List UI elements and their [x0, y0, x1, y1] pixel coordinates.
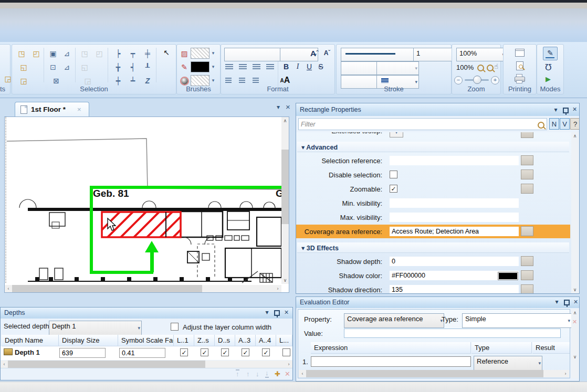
tab-1st-floor[interactable]: 1st Floor * ×	[15, 102, 89, 117]
pen-dropdown-icon[interactable]: ▾	[211, 64, 216, 69]
shadow-color-swatch[interactable]	[498, 272, 518, 280]
zoom-out-button[interactable]: −	[454, 76, 463, 84]
field-options-button[interactable]	[521, 226, 533, 236]
strikethrough-button[interactable]: S	[316, 61, 326, 72]
fill-swatch[interactable]	[191, 48, 209, 59]
col-symbol-scale-factor[interactable]: Symbol Scale Factor	[118, 335, 174, 346]
fill-brush-icon[interactable]: ▨	[178, 48, 191, 59]
scroll-left-icon[interactable]: ‹	[5, 285, 12, 292]
zoom-in-button[interactable]: +	[491, 76, 499, 84]
col-type[interactable]: Type	[471, 342, 532, 354]
floor-plan-canvas[interactable]: Geb. 81 G	[5, 117, 281, 284]
delete-depth-icon[interactable]: ✕	[285, 370, 290, 378]
panel-close-icon[interactable]: ×	[282, 309, 290, 316]
panel-pin-icon[interactable]	[564, 300, 570, 305]
canvas-hscrollbar[interactable]: ‹ ›	[5, 285, 281, 292]
col-depth-name[interactable]: Depth Name	[2, 335, 59, 346]
scroll-down-icon[interactable]: ∨	[571, 353, 579, 361]
diagnostics-mode-button[interactable]: Ʊ	[545, 62, 552, 73]
coverage-area-reference-row[interactable]: Coverage area reference:	[296, 225, 570, 238]
ungroup-button[interactable]: ◰	[93, 48, 106, 59]
scroll-up-icon[interactable]: ∧	[571, 309, 579, 316]
col-display-size[interactable]: Display Size	[59, 335, 118, 346]
scroll-up-icon[interactable]: ∧	[571, 132, 579, 140]
panel-menu-chevron-icon[interactable]: ▾	[263, 309, 271, 316]
field-options-button[interactable]	[521, 284, 533, 294]
expression-input[interactable]	[311, 356, 471, 367]
bold-button[interactable]: B	[281, 61, 291, 72]
layer-checkbox-6[interactable]	[282, 348, 290, 356]
selected-depth-select[interactable]: Depth 1 ▾	[49, 321, 142, 335]
tab-list-chevron-icon[interactable]: ▾	[277, 103, 280, 111]
field-options-button[interactable]	[521, 169, 533, 179]
depth-name-cell[interactable]: Depth 1	[15, 348, 40, 356]
layer-checkbox-1[interactable]: ✓	[180, 348, 188, 356]
tab-close-icon[interactable]: ×	[77, 105, 81, 113]
col-zs[interactable]: Z..s	[194, 335, 215, 346]
layer-checkbox-3[interactable]: ✓	[221, 348, 229, 356]
line-style-select[interactable]: ▾	[341, 48, 420, 61]
symbol-scale-input[interactable]	[119, 348, 165, 358]
select-lasso-button[interactable]: ⊿	[60, 48, 73, 59]
scroll-left-icon[interactable]: ‹	[299, 370, 306, 377]
select-special-button[interactable]: ↖	[160, 47, 173, 58]
panel-menu-chevron-icon[interactable]: ▾	[552, 106, 560, 114]
line-width-select[interactable]: 1 ▾	[413, 48, 456, 61]
disable-selection-checkbox[interactable]	[390, 171, 397, 178]
end-cap-select[interactable]: ▾	[376, 61, 419, 75]
shadow-dropdown-icon[interactable]: ▾	[211, 78, 216, 83]
zoomable-checkbox[interactable]: ✓	[390, 185, 397, 193]
panel-menu-chevron-icon[interactable]: ▾	[553, 298, 561, 306]
add-depth-icon[interactable]: ✚	[275, 370, 280, 378]
tabbar-close-icon[interactable]: ×	[286, 102, 290, 111]
evaluation-vscrollbar[interactable]: ∧ ✕ ∨	[571, 309, 579, 378]
move-to-bottom-icon[interactable]: ↓	[265, 369, 269, 378]
regroup-button[interactable]: ◱	[78, 61, 91, 73]
scroll-right-icon[interactable]: ›	[274, 285, 281, 292]
depths-hscroll-thumb[interactable]	[8, 361, 205, 368]
field-options-button[interactable]	[521, 270, 533, 280]
section-advanced[interactable]: ▾ Advanced	[297, 142, 569, 152]
distribute-vertical-button[interactable]: ┸	[141, 61, 154, 73]
align-center-button[interactable]: ╈	[112, 61, 124, 73]
move-down-icon[interactable]: ↓	[256, 370, 259, 378]
layer-checkbox-5[interactable]: ✓	[262, 348, 270, 356]
value-input[interactable]	[344, 329, 561, 338]
depths-panel-header[interactable]: Depths ▾ ×	[1, 308, 292, 319]
bring-forward-button[interactable]: ◱	[17, 61, 30, 73]
text-color-button[interactable]: AA	[280, 75, 290, 86]
page-setup-icon[interactable]	[515, 49, 525, 57]
scroll-right-icon[interactable]: ›	[562, 370, 569, 377]
zoom-slider-thumb[interactable]	[473, 76, 481, 84]
filter-v-button[interactable]: V	[560, 118, 570, 130]
move-to-top-icon[interactable]: ↑	[236, 369, 239, 378]
panel-pin-icon[interactable]	[563, 108, 569, 113]
properties-vscrollbar[interactable]: ∧ ∨	[571, 132, 579, 293]
layer-checkbox-4[interactable]: ✓	[242, 348, 249, 356]
col-l1[interactable]: L..1	[174, 335, 194, 346]
col-a4[interactable]: A..4	[256, 335, 276, 346]
filter-n-button[interactable]: N	[549, 118, 559, 130]
pan-hand-icon[interactable]: ☝	[494, 62, 498, 70]
evaluation-hscroll-thumb[interactable]	[306, 370, 543, 377]
coverage-area-reference-input[interactable]	[390, 227, 519, 236]
properties-panel-header[interactable]: Rectangle Properties ▾ ×	[296, 103, 579, 116]
search-icon[interactable]	[538, 122, 544, 129]
canvas-hscroll-thumb[interactable]	[12, 285, 202, 292]
type-select[interactable]: Simple ▾	[462, 313, 572, 328]
col-expression[interactable]: Expression	[311, 342, 471, 354]
panel-pin-icon[interactable]	[274, 310, 280, 316]
scroll-left-icon[interactable]: ‹	[1, 361, 8, 368]
zoom-fit-icon[interactable]	[477, 65, 484, 71]
field-options-button[interactable]	[521, 132, 533, 138]
filter-help-button[interactable]: ?	[570, 118, 580, 130]
layer-checkbox-2[interactable]: ✓	[201, 348, 208, 356]
italic-button[interactable]: I	[292, 61, 303, 72]
property-select[interactable]: Coverage area reference ▾	[344, 313, 444, 328]
selection-reference-input[interactable]	[390, 156, 519, 165]
underline-button[interactable]: U	[304, 61, 315, 72]
move-up-icon[interactable]: ↑	[246, 370, 250, 378]
col-result[interactable]: Result	[532, 342, 570, 354]
zoom-region-icon[interactable]	[487, 65, 494, 71]
drawing-canvas[interactable]: Geb. 81 G ∧ ∨ ‹ ›	[4, 116, 289, 293]
